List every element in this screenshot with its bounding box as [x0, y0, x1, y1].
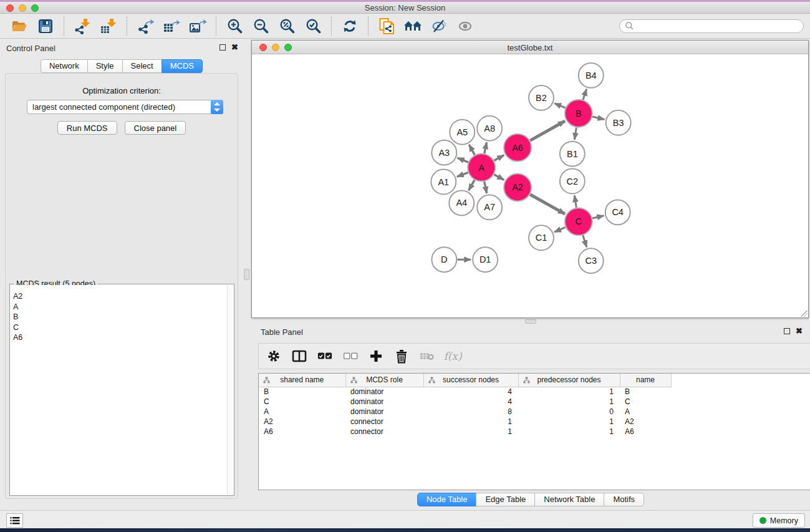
edge-C-C2[interactable] [574, 195, 576, 207]
edge-A6-B[interactable] [530, 121, 565, 140]
table-row[interactable]: Adominator80A [259, 407, 810, 417]
edge-A-A7[interactable] [485, 181, 487, 193]
import-network-icon[interactable] [73, 17, 92, 36]
close-panel-button[interactable]: Close panel [125, 121, 186, 135]
edge-C-C4[interactable] [592, 216, 604, 218]
table-row[interactable]: Bdominator41B [259, 387, 810, 397]
node-B3[interactable]: B3 [606, 110, 631, 135]
edge-C-C3[interactable] [583, 235, 587, 247]
run-mcds-button[interactable]: Run MCDS [57, 121, 117, 135]
edge-B-B1[interactable] [574, 127, 576, 139]
tab-select[interactable]: Select [122, 59, 162, 73]
node-B2[interactable]: B2 [529, 85, 554, 110]
result-item-a2[interactable]: A2 [11, 291, 227, 302]
show-column-icon[interactable] [292, 349, 307, 364]
edge-A-A6[interactable] [494, 155, 504, 161]
task-history-button[interactable] [6, 513, 23, 528]
network-window-titlebar[interactable]: testGlobe.txt [252, 41, 808, 54]
edge-B-B4[interactable] [583, 89, 587, 100]
node-C4[interactable]: C4 [605, 200, 630, 225]
tab-style[interactable]: Style [87, 59, 123, 73]
node-C1[interactable]: C1 [529, 225, 554, 250]
tab-edge-table[interactable]: Edge Table [476, 493, 535, 506]
node-A8[interactable]: A8 [477, 116, 502, 141]
column-header-name[interactable]: name [620, 374, 671, 387]
table-row[interactable]: Cdominator41C [259, 397, 810, 407]
node-A[interactable]: A [468, 154, 495, 181]
node-C2[interactable]: C2 [560, 169, 585, 194]
edge-A-A4[interactable] [468, 180, 474, 191]
edge-A-A1[interactable] [457, 173, 468, 177]
open-file-icon[interactable] [10, 17, 29, 36]
add-column-icon[interactable] [369, 349, 383, 364]
tab-network[interactable]: Network [41, 59, 88, 73]
tab-motifs[interactable]: Motifs [604, 493, 644, 506]
zoom-out-icon[interactable] [251, 17, 270, 36]
delete-column-icon[interactable] [394, 349, 409, 364]
window-resize-grip[interactable] [801, 311, 808, 317]
zoom-fit-icon[interactable] [277, 17, 296, 36]
hide-graphics-details-icon[interactable] [430, 17, 448, 36]
save-session-icon[interactable] [36, 17, 55, 36]
edge-A2-C[interactable] [530, 195, 565, 214]
deselect-all-checkboxes-icon[interactable] [343, 349, 358, 364]
zoom-selected-icon[interactable] [304, 17, 322, 36]
table-settings-gear-icon[interactable] [266, 349, 281, 364]
node-A6[interactable]: A6 [504, 134, 531, 162]
export-network-icon[interactable] [136, 17, 155, 36]
edge-B-B3[interactable] [592, 117, 604, 119]
app-titlebar[interactable]: Session: New Session [0, 0, 810, 14]
table-row[interactable]: A6connector11A6 [259, 427, 810, 437]
node-A1[interactable]: A1 [431, 170, 456, 195]
column-header-mcds-role[interactable]: MCDS role [345, 374, 423, 387]
node-B1[interactable]: B1 [560, 142, 585, 167]
close-panel-icon[interactable]: ✖ [231, 44, 238, 51]
result-item-a[interactable]: A [11, 302, 227, 312]
edge-C-C1[interactable] [554, 227, 566, 232]
node-B4[interactable]: B4 [579, 63, 604, 88]
node-A4[interactable]: A4 [449, 190, 474, 215]
node-D[interactable]: D [432, 247, 456, 272]
home-view-icon[interactable] [403, 17, 422, 36]
node-C[interactable]: C [565, 208, 592, 235]
memory-button[interactable]: Memory [753, 513, 805, 528]
tab-mcds[interactable]: MCDS [162, 59, 203, 73]
refresh-icon[interactable] [340, 17, 359, 36]
edge-A-A2[interactable] [494, 175, 504, 180]
network-canvas[interactable]: B4B2BB3A5A8A6A3B1AA1C2A2A4A7C4CC1C3DD1 [252, 54, 808, 317]
vertical-splitter-grip[interactable] [244, 269, 249, 280]
export-image-icon[interactable] [188, 17, 207, 36]
tab-node-table[interactable]: Node Table [417, 493, 477, 506]
result-item-b[interactable]: B [11, 312, 227, 322]
optimization-select[interactable]: largest connected component (directed) [27, 100, 223, 114]
node-A7[interactable]: A7 [477, 195, 502, 220]
new-network-from-selection-icon[interactable] [377, 17, 396, 36]
horizontal-splitter-grip[interactable] [525, 319, 536, 324]
column-header-predecessor-nodes[interactable]: predecessor nodes [518, 374, 620, 387]
import-table-icon[interactable] [99, 17, 118, 36]
node-A5[interactable]: A5 [450, 120, 475, 145]
search-input[interactable] [634, 22, 798, 31]
result-scrollbar[interactable] [227, 285, 233, 495]
column-header-shared-name[interactable]: shared name [259, 374, 345, 387]
float-panel-icon[interactable] [219, 44, 226, 51]
result-item-c[interactable]: C [11, 322, 227, 333]
function-builder-icon[interactable]: f(x) [445, 349, 460, 364]
node-A2[interactable]: A2 [504, 174, 531, 201]
export-table-icon[interactable] [162, 17, 181, 36]
delete-table-icon[interactable] [420, 349, 435, 364]
show-graphics-details-icon[interactable] [456, 17, 475, 36]
tab-network-table[interactable]: Network Table [534, 493, 604, 506]
select-all-checkboxes-icon[interactable] [317, 349, 332, 364]
edge-A-A3[interactable] [458, 158, 468, 162]
result-item-a6[interactable]: A6 [11, 332, 227, 343]
node-B[interactable]: B [565, 100, 592, 127]
table-row[interactable]: A2connector11A2 [259, 417, 810, 427]
float-table-panel-icon[interactable] [784, 328, 790, 334]
node-C3[interactable]: C3 [579, 248, 604, 273]
node-A3[interactable]: A3 [432, 140, 456, 165]
search-field[interactable] [619, 19, 804, 33]
edge-A-A5[interactable] [469, 145, 475, 155]
column-header-successor-nodes[interactable]: successor nodes [423, 374, 518, 387]
edge-A-A8[interactable] [485, 142, 487, 153]
